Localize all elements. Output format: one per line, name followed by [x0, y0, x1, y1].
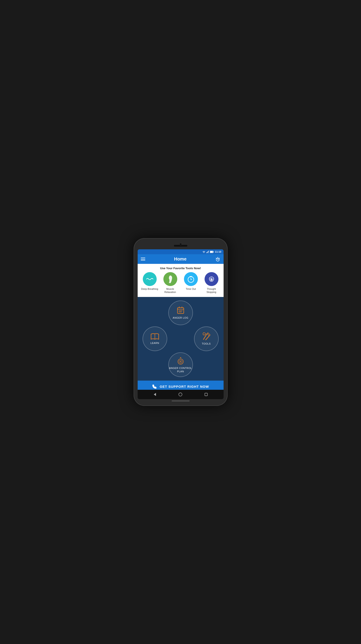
- status-icons: 11:10: [202, 250, 221, 253]
- fav-muscle-relaxation[interactable]: Muscle Relaxation: [161, 272, 179, 294]
- support-label: GET SUPPORT RIGHT NOW: [160, 384, 209, 388]
- svg-point-21: [180, 361, 181, 362]
- fav-time-out[interactable]: Time Out: [182, 272, 200, 290]
- svg-rect-6: [210, 251, 213, 253]
- svg-marker-22: [154, 393, 156, 396]
- learn-label: LEARN: [150, 342, 159, 344]
- phone-bottom-notch: [138, 399, 224, 402]
- anger-log-label: ANGER LOG: [173, 316, 188, 319]
- deep-breathing-icon: [143, 272, 157, 286]
- front-camera: [179, 243, 182, 245]
- status-time: 11:10: [215, 250, 221, 253]
- top-app-bar: Home: [138, 254, 224, 264]
- svg-point-23: [179, 393, 182, 396]
- muscle-relaxation-icon: [163, 272, 177, 286]
- support-button[interactable]: GET SUPPORT RIGHT NOW: [138, 380, 224, 390]
- phone-notch: [138, 242, 224, 248]
- time-out-label: Time Out: [186, 287, 196, 290]
- recents-button[interactable]: [204, 392, 209, 397]
- phone-icon: [152, 384, 157, 389]
- back-button[interactable]: [152, 392, 157, 397]
- wifi-icon: [202, 251, 205, 253]
- alarm-button[interactable]: [215, 257, 220, 262]
- thought-stopping-label: Thought Stopping: [203, 287, 220, 294]
- bottom-bar-indicator: [172, 400, 190, 402]
- nav-row-middle: LEARN TOOLS: [140, 326, 221, 351]
- learn-button[interactable]: LEARN: [143, 326, 167, 351]
- svg-rect-7: [213, 251, 214, 252]
- favorites-section: Use Your Favorite Tools Now! Deep Breath…: [138, 264, 224, 297]
- thought-stopping-icon: [205, 272, 218, 286]
- tools-label: TOOLS: [202, 342, 211, 345]
- muscle-relaxation-label: Muscle Relaxation: [161, 287, 179, 294]
- menu-button[interactable]: [141, 258, 145, 260]
- status-bar: 11:10: [138, 249, 224, 254]
- svg-rect-24: [205, 393, 207, 396]
- fav-deep-breathing[interactable]: Deep Breathing: [141, 272, 159, 290]
- favorites-grid: Deep Breathing Muscle Relaxation: [139, 272, 222, 294]
- time-out-icon: [184, 272, 198, 286]
- tools-button[interactable]: TOOLS: [194, 326, 219, 351]
- nav-row-bottom: ANGER CONTROLPLAN: [140, 352, 221, 377]
- content-area: Use Your Favorite Tools Now! Deep Breath…: [138, 264, 224, 390]
- battery-icon: [210, 251, 214, 253]
- favorites-title: Use Your Favorite Tools Now!: [139, 266, 222, 270]
- deep-breathing-label: Deep Breathing: [141, 287, 158, 290]
- anger-control-plan-label: ANGER CONTROLPLAN: [169, 366, 192, 373]
- svg-point-10: [190, 279, 191, 280]
- fav-thought-stopping[interactable]: Thought Stopping: [203, 272, 220, 294]
- phone-shell: 11:10 Home Use Your Fa: [134, 238, 228, 406]
- android-nav-bar: [138, 390, 224, 399]
- nav-row-top: ANGER LOG: [140, 300, 221, 325]
- anger-control-plan-button[interactable]: ANGER CONTROLPLAN: [168, 352, 193, 377]
- svg-line-18: [206, 336, 209, 340]
- nav-section: ANGER LOG LEARN: [138, 297, 224, 380]
- home-button[interactable]: [178, 392, 183, 397]
- page-title: Home: [174, 256, 187, 262]
- phone-screen: 11:10 Home Use Your Fa: [138, 249, 224, 399]
- anger-log-button[interactable]: ANGER LOG: [168, 300, 193, 325]
- signal-icon: [206, 251, 209, 253]
